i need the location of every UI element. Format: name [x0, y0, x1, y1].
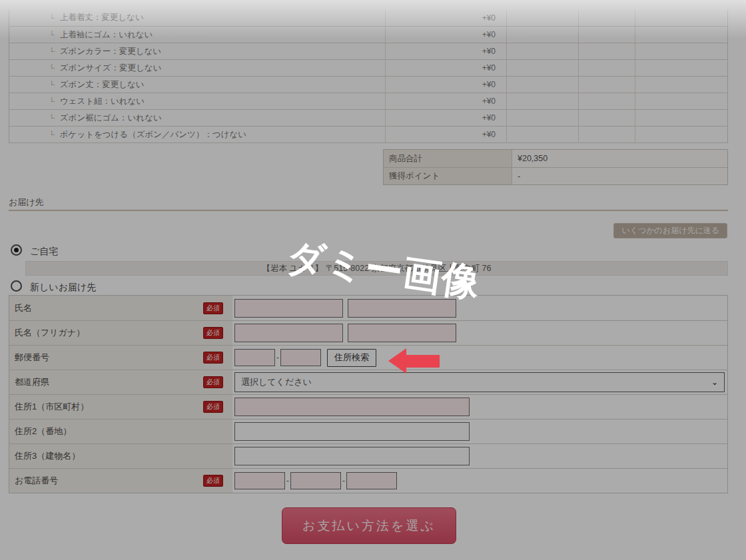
option-empty-cell — [635, 60, 727, 76]
prefecture-select[interactable]: 選択してください ⌄ — [234, 372, 725, 392]
form-row-address2: 住所2（番地） — [9, 419, 727, 443]
form-row-phone: お電話番号 必須 - - — [9, 468, 727, 493]
prefecture-select-value: 選択してください — [241, 376, 312, 388]
multi-address-button[interactable]: いくつかのお届け先に送る — [613, 223, 727, 238]
option-empty-cell — [506, 9, 578, 26]
option-price: +¥0 — [385, 127, 506, 142]
option-row: └ズボン丈：変更しない +¥0 — [9, 76, 727, 93]
option-empty-cell — [635, 43, 727, 59]
section-divider — [9, 210, 728, 211]
points-row: 獲得ポイント - — [384, 167, 727, 184]
option-label: ウェスト紐：いれない — [60, 96, 145, 107]
option-row: └ズボンカラー：変更しない +¥0 — [9, 43, 727, 59]
first-name-input[interactable] — [348, 299, 456, 318]
product-options-table: └上着着丈：変更しない +¥0 └上着袖にゴム：いれない +¥0 └ズボンカラー… — [9, 9, 728, 143]
option-price: +¥0 — [385, 9, 506, 26]
option-empty-cell — [578, 9, 635, 26]
option-label: ズボン丈：変更しない — [60, 79, 145, 91]
tree-branch-icon: └ — [49, 114, 55, 122]
option-empty-cell — [506, 77, 578, 93]
option-empty-cell — [578, 60, 635, 76]
option-label: ポケットをつける（ズボン／パンツ）：つけない — [60, 129, 246, 140]
required-badge: 必須 — [203, 376, 223, 388]
form-row-name-kana: 氏名（フリガナ） 必須 — [9, 320, 727, 345]
option-row: └ズボン裾にゴム：いれない +¥0 — [9, 109, 727, 126]
option-price: +¥0 — [385, 43, 506, 59]
home-address-radio-label[interactable]: ご自宅 — [30, 246, 58, 258]
option-row: └上着袖にゴム：いれない +¥0 — [9, 26, 727, 43]
field-label: 住所1（市区町村） — [15, 401, 89, 413]
option-empty-cell — [635, 127, 727, 142]
form-row-prefecture: 都道府県 必須 選択してください ⌄ — [9, 370, 727, 394]
tree-branch-icon: └ — [49, 97, 55, 105]
home-address-radio[interactable] — [11, 244, 22, 256]
tree-branch-icon: └ — [49, 64, 55, 72]
new-address-radio[interactable] — [11, 280, 22, 292]
order-totals-table: 商品合計 ¥20,350 獲得ポイント - — [383, 149, 728, 185]
required-badge: 必須 — [203, 475, 223, 487]
option-price: +¥0 — [385, 110, 506, 126]
last-name-input[interactable] — [234, 299, 343, 318]
postal-code-input-1[interactable] — [234, 349, 275, 366]
option-row: └ウェスト紐：いれない +¥0 — [9, 93, 727, 109]
tree-branch-icon: └ — [49, 31, 55, 39]
option-empty-cell — [635, 77, 727, 93]
option-label: ズボン裾にゴム：いれない — [60, 113, 162, 124]
points-label: 獲得ポイント — [384, 168, 512, 184]
required-badge: 必須 — [203, 327, 223, 339]
form-row-postal-code: 郵便番号 必須 - 住所検索 — [9, 345, 727, 370]
option-empty-cell — [506, 60, 578, 76]
last-name-kana-input[interactable] — [234, 324, 343, 342]
option-empty-cell — [506, 93, 578, 109]
required-badge: 必須 — [203, 352, 223, 364]
option-label: ズボンカラー：変更しない — [60, 46, 161, 57]
option-empty-cell — [506, 27, 578, 43]
required-badge: 必須 — [203, 401, 223, 413]
option-row: └上着着丈：変更しない +¥0 — [9, 9, 727, 26]
checkout-page: └上着着丈：変更しない +¥0 └上着袖にゴム：いれない +¥0 └ズボンカラー… — [0, 0, 746, 560]
tree-branch-icon: └ — [49, 14, 55, 22]
option-row: └ズボンサイズ：変更しない +¥0 — [9, 59, 727, 76]
option-empty-cell — [578, 27, 635, 43]
address3-input[interactable] — [234, 447, 470, 465]
form-row-name: 氏名 必須 — [9, 296, 727, 320]
option-price: +¥0 — [385, 27, 506, 43]
field-label: 氏名 — [15, 302, 32, 314]
address-search-button[interactable]: 住所検索 — [327, 349, 376, 367]
phone-input-2[interactable] — [290, 472, 341, 489]
option-empty-cell — [635, 93, 727, 109]
option-row: └ポケットをつける（ズボン／パンツ）：つけない +¥0 — [9, 126, 727, 142]
first-name-kana-input[interactable] — [348, 324, 456, 342]
choose-payment-method-button[interactable]: お支払い方法を選ぶ — [282, 507, 456, 544]
option-label: 上着着丈：変更しない — [60, 12, 144, 23]
field-label: 都道府県 — [15, 376, 49, 388]
address2-input[interactable] — [234, 422, 470, 441]
subtotal-label: 商品合計 — [384, 150, 512, 167]
phone-input-3[interactable] — [346, 472, 397, 489]
postal-code-input-2[interactable] — [280, 349, 321, 366]
points-value: - — [512, 168, 727, 184]
new-address-radio-label[interactable]: 新しいお届け先 — [30, 282, 96, 294]
option-empty-cell — [578, 93, 635, 109]
form-row-address3: 住所3（建物名） — [9, 443, 727, 468]
form-row-address1: 住所1（市区町村） 必須 — [9, 394, 727, 419]
field-label: お電話番号 — [15, 475, 58, 487]
subtotal-value: ¥20,350 — [512, 150, 727, 167]
field-label: 住所3（建物名） — [15, 450, 80, 462]
address1-input[interactable] — [234, 398, 470, 416]
option-empty-cell — [635, 110, 727, 126]
field-label: 住所2（番地） — [15, 425, 71, 437]
field-label: 郵便番号 — [15, 352, 49, 364]
chevron-down-icon: ⌄ — [711, 378, 718, 387]
phone-input-1[interactable] — [234, 472, 285, 489]
option-price: +¥0 — [385, 60, 506, 76]
saved-home-address: 【岩本 ユカリ】 〒515-8022 京都府京都市伏見区上野中町 76 — [25, 261, 728, 276]
option-empty-cell — [635, 9, 727, 26]
subtotal-row: 商品合計 ¥20,350 — [384, 150, 727, 167]
field-label: 氏名（フリガナ） — [15, 327, 85, 339]
option-empty-cell — [578, 110, 635, 126]
option-empty-cell — [506, 110, 578, 126]
option-empty-cell — [578, 127, 635, 142]
option-label: 上着袖にゴム：いれない — [60, 29, 153, 41]
delivery-section-title: お届け先 — [9, 196, 44, 208]
